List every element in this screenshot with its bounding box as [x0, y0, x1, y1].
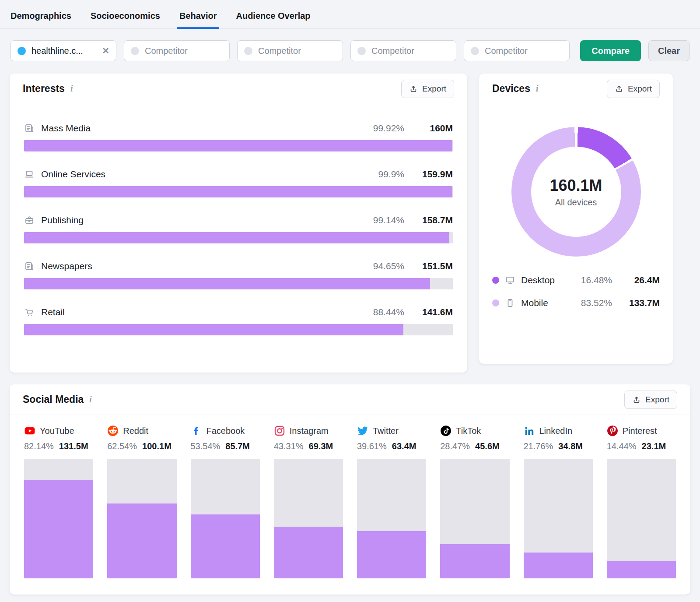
desktop-icon [505, 275, 515, 285]
interest-label: Retail [41, 307, 65, 317]
social-column-pinterest: Pinterest 14.44% 23.1M [607, 424, 676, 578]
export-icon [632, 395, 641, 404]
competitor-placeholder: Competitor [258, 46, 336, 56]
competitor-input-1[interactable]: Competitor [124, 40, 230, 61]
social-name: LinkedIn [539, 426, 573, 436]
competitor-placeholder: Competitor [371, 46, 449, 56]
tab-socioeconomics[interactable]: Socioeconomics [91, 11, 160, 28]
newspaper-icon [24, 123, 35, 134]
social-title: Social Media [23, 394, 84, 405]
devices-title: Devices [492, 83, 530, 95]
devices-header: Devices i Export [479, 74, 673, 104]
devices-card: Devices i Export 160.1M All devices [479, 74, 673, 364]
tab-bar: Demographics Socioeconomics Behavior Aud… [0, 0, 700, 29]
social-name: Facebook [206, 426, 245, 436]
desktop-color-dot [492, 277, 499, 284]
social-column-instagram: Instagram 43.31% 69.3M [274, 424, 343, 578]
interest-bar-fill [24, 186, 452, 197]
competitor-input-4[interactable]: Competitor [464, 40, 570, 61]
info-icon[interactable]: i [89, 394, 92, 405]
tab-behavior[interactable]: Behavior [179, 11, 217, 28]
interest-bar-track [24, 278, 453, 289]
tab-demographics[interactable]: Demographics [10, 11, 71, 28]
main-content: Interests i Export Mass Media 99.92% 160… [0, 61, 700, 373]
info-icon[interactable]: i [536, 84, 539, 94]
info-icon[interactable]: i [70, 84, 73, 94]
interest-percent: 88.44% [365, 307, 404, 317]
competitor-color-dot [131, 47, 139, 55]
social-bar-fill [607, 561, 676, 578]
interest-bar-fill [24, 278, 430, 289]
legend-row-desktop: Desktop 16.48% 26.4M [492, 271, 660, 289]
social-value: 131.5M [59, 441, 88, 451]
social-bar-track [191, 459, 260, 578]
tab-audience-overlap[interactable]: Audience Overlap [236, 11, 310, 28]
linkedin-icon [524, 425, 535, 437]
interests-export-button[interactable]: Export [401, 80, 454, 98]
interest-bar-fill [24, 140, 452, 151]
social-percent: 62.54% [107, 441, 137, 451]
devices-body: 160.1M All devices Desktop 16.48% 26.4M [479, 127, 673, 312]
social-column-linkedin: LinkedIn 21.76% 34.8M [524, 424, 593, 578]
interest-bar-fill [24, 232, 449, 243]
interest-value: 160M [411, 123, 453, 134]
competitor-input-3[interactable]: Competitor [350, 40, 456, 61]
competitor-input-2[interactable]: Competitor [237, 40, 343, 61]
social-export-button[interactable]: Export [624, 391, 677, 409]
social-value: 85.7M [225, 441, 250, 451]
remove-domain-icon[interactable]: ✕ [102, 46, 109, 56]
compare-button[interactable]: Compare [580, 40, 641, 61]
social-column-reddit: Reddit 62.54% 100.1M [107, 424, 176, 578]
social-value: 23.1M [642, 441, 666, 451]
social-name: Twitter [373, 426, 399, 436]
twitter-icon [357, 425, 368, 437]
social-bar-track [524, 459, 593, 578]
pinterest-icon [607, 425, 618, 437]
social-bar-fill [107, 503, 176, 578]
legend-value: 26.4M [618, 275, 660, 285]
social-percent: 43.31% [274, 441, 304, 451]
social-column-youtube: YouTube 82.14% 131.5M [24, 424, 93, 578]
interests-body: Mass Media 99.92% 160M Online Services 9… [10, 104, 467, 335]
interest-label: Publishing [41, 215, 84, 225]
tiktok-icon [440, 425, 452, 437]
export-icon [409, 84, 418, 93]
competitor-color-dot [244, 47, 252, 55]
social-name: YouTube [40, 426, 74, 436]
mobile-icon [505, 298, 515, 308]
clear-button[interactable]: Clear [648, 40, 690, 61]
social-column-twitter: Twitter 39.61% 63.4M [357, 424, 426, 578]
main-domain-chip[interactable]: healthline.c... ✕ [10, 40, 116, 61]
legend-label: Mobile [521, 298, 548, 308]
devices-export-button[interactable]: Export [607, 80, 660, 98]
devices-legend: Desktop 16.48% 26.4M Mobile 83.52% 133.7… [492, 271, 660, 312]
social-value: 63.4M [392, 441, 416, 451]
interest-percent: 99.14% [365, 215, 404, 225]
social-media-card: Social Media i Export YouTube 82.14% 131… [10, 384, 690, 595]
interest-label: Newspapers [41, 261, 92, 271]
social-body: YouTube 82.14% 131.5M Reddit 62.54% 1 [10, 415, 690, 578]
interest-row-newspapers: Newspapers 94.65% 151.5M [24, 260, 453, 289]
social-bar-fill [357, 531, 426, 578]
social-bar-track [24, 459, 93, 578]
social-bar-track [607, 459, 676, 578]
social-value: 45.6M [475, 441, 500, 451]
social-percent: 82.14% [24, 441, 54, 451]
social-header: Social Media i Export [10, 384, 690, 415]
interest-row-mass-media: Mass Media 99.92% 160M [24, 122, 453, 151]
legend-label: Desktop [521, 275, 555, 285]
newspaper-icon [24, 261, 35, 271]
facebook-icon [191, 425, 202, 437]
competitor-placeholder: Competitor [485, 46, 563, 56]
legend-value: 133.7M [618, 298, 660, 308]
social-bar-track [107, 459, 176, 578]
main-domain-label: healthline.c... [32, 46, 96, 56]
social-bar-track [274, 459, 343, 578]
social-percent: 53.54% [191, 441, 220, 451]
social-column-facebook: Facebook 53.54% 85.7M [191, 424, 260, 578]
instagram-icon [274, 425, 285, 437]
interest-row-online-services: Online Services 99.9% 159.9M [24, 168, 453, 197]
interest-bar-fill [24, 324, 403, 335]
interest-value: 151.5M [411, 261, 453, 271]
social-percent: 28.47% [440, 441, 470, 451]
